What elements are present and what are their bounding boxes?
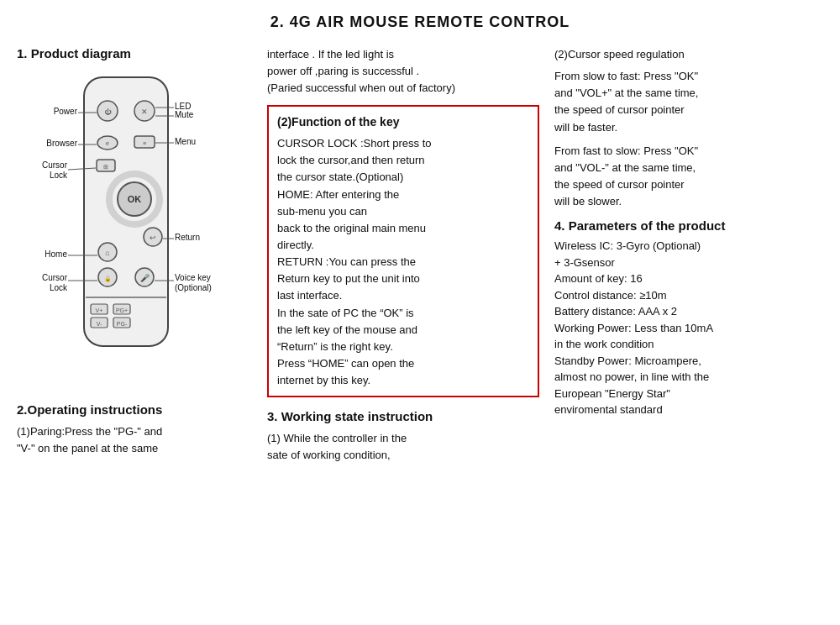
svg-text:Mute: Mute: [175, 110, 194, 119]
svg-text:V-: V-: [97, 321, 102, 327]
svg-text:OK: OK: [128, 194, 142, 204]
param-work-condition: in the work condition: [554, 336, 823, 353]
left-column: 1. Product diagram ⏻ ✕ e ≡ ⊞: [17, 46, 260, 465]
svg-text:⊞: ⊞: [103, 164, 108, 170]
function-key-box: (2)Function of the key CURSOR LOCK :Shor…: [267, 105, 539, 397]
svg-text:(Optional): (Optional): [175, 283, 212, 292]
svg-text:⌂: ⌂: [105, 249, 109, 257]
param-gsensor: + 3-Gsensor: [554, 255, 823, 271]
svg-text:V+: V+: [96, 307, 103, 313]
box-content: CURSOR LOCK :Short press to lock the cur…: [277, 135, 529, 389]
svg-text:🔒: 🔒: [104, 275, 112, 282]
param-working-power: Working Power: Less than 10mA: [554, 320, 823, 337]
operating-section: 2.Operating instructions (1)Paring:Press…: [17, 402, 252, 457]
param-keys: Amount of key: 16: [554, 270, 823, 287]
param-standby4: enviromental standard: [554, 402, 823, 418]
mid-top-text: interface . If the led light is power of…: [267, 46, 539, 97]
middle-column: interface . If the led light is power of…: [260, 46, 546, 465]
params-title: 4. Parameters of the product: [554, 218, 823, 233]
cursor-speed-title: (2)Cursor speed regulation: [554, 46, 823, 63]
svg-text:Cursor: Cursor: [42, 160, 68, 170]
svg-text:PG-: PG-: [117, 321, 128, 327]
svg-text:Lock: Lock: [50, 171, 68, 180]
right-column: (2)Cursor speed regulation From slow to …: [546, 46, 823, 465]
operating-text: (1)Paring:Press the "PG-" and "V-" on th…: [17, 423, 252, 457]
svg-text:⏻: ⏻: [104, 108, 112, 116]
cursor-speed-text2: From fast to slow: Press "OK" and "VOL-"…: [554, 143, 823, 211]
working-text: (1) While the controller in the sate of …: [267, 430, 539, 464]
svg-text:Lock: Lock: [50, 283, 68, 292]
svg-text:e: e: [106, 140, 109, 146]
svg-text:↩: ↩: [150, 234, 156, 242]
param-standby2: almost no power, in line with the: [554, 369, 823, 386]
param-standby: Standby Power: Microampere,: [554, 353, 823, 370]
page-title: 2. 4G AIR MOUSE REMOTE CONTROL: [17, 13, 823, 31]
svg-text:Home: Home: [45, 249, 67, 259]
param-standby3: European "Energy Star": [554, 386, 823, 402]
param-battery: Battery distance: AAA x 2: [554, 303, 823, 320]
product-diagram-title: 1. Product diagram: [17, 46, 252, 60]
cursor-speed-section: (2)Cursor speed regulation From slow to …: [554, 46, 823, 210]
box-title: (2)Function of the key: [277, 113, 529, 132]
param-distance: Control distance: ≥10m: [554, 287, 823, 304]
svg-text:Return: Return: [175, 233, 200, 242]
working-title: 3. Working state instruction: [267, 409, 539, 423]
cursor-speed-text1: From slow to fast: Press "OK" and "VOL+"…: [554, 68, 823, 136]
remote-diagram: ⏻ ✕ e ≡ ⊞ OK ↩: [17, 69, 252, 391]
svg-text:🎤: 🎤: [140, 273, 150, 283]
svg-text:✕: ✕: [141, 108, 148, 116]
working-section: 3. Working state instruction (1) While t…: [267, 409, 539, 464]
svg-text:Cursor: Cursor: [42, 273, 68, 282]
param-wireless: Wireless IC: 3-Gyro (Optional): [554, 238, 823, 255]
svg-text:Browser: Browser: [46, 139, 77, 148]
operating-title: 2.Operating instructions: [17, 402, 252, 417]
svg-text:≡: ≡: [143, 140, 146, 146]
svg-text:Voice key: Voice key: [175, 273, 211, 282]
svg-text:PG+: PG+: [116, 307, 128, 313]
svg-text:Power: Power: [54, 107, 78, 116]
svg-text:Menu: Menu: [175, 137, 196, 146]
params-section: 4. Parameters of the product Wireless IC…: [554, 218, 823, 418]
